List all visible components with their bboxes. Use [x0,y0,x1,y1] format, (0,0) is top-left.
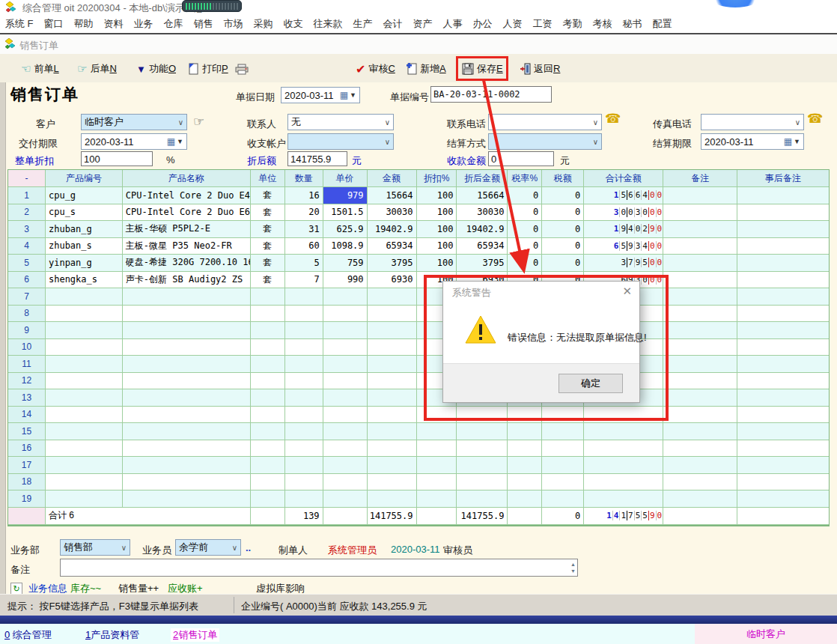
cell-name[interactable] [123,306,251,323]
menu-item-19[interactable]: 考核 [588,15,618,33]
cell-price[interactable] [323,440,368,458]
cell-tax-rate[interactable] [508,440,542,458]
cell-qty[interactable] [285,440,323,458]
cell-amount[interactable] [368,288,417,306]
cell-after-note[interactable] [737,373,829,390]
cell-total-digits[interactable] [584,407,663,424]
cell-code[interactable] [46,490,123,508]
cell-discount[interactable] [417,457,457,474]
cell-name[interactable]: CPU-Intel Core 2 Duo E65 [123,204,251,222]
cell-after-note[interactable] [737,423,829,440]
row-number[interactable]: 5 [8,255,46,272]
cell-amount[interactable]: 30030 [368,204,417,222]
cell-amount[interactable]: 19402.9 [368,221,417,238]
cell-price[interactable] [323,306,368,323]
cell-qty[interactable]: 60 [285,238,323,255]
cell-amount[interactable]: 3795 [368,255,417,272]
cell-qty[interactable] [285,490,323,508]
cell-unit[interactable] [251,322,285,339]
cell-tax[interactable]: 0 [542,255,584,272]
cell-note[interactable] [663,272,737,289]
cell-code[interactable]: shengka_s [46,272,123,289]
cell-tax-rate[interactable] [508,407,542,424]
cell-price[interactable] [323,288,368,306]
doc-date-picker[interactable]: 2020-03-11 ▦▼ [281,87,360,103]
cell-price[interactable] [323,457,368,474]
cell-tax-rate[interactable] [508,490,542,508]
cell-after-note[interactable] [737,490,829,508]
cell-tax[interactable] [542,423,584,440]
row-number[interactable]: 17 [8,457,46,474]
cell-price[interactable] [323,407,368,424]
cell-after-note[interactable] [737,204,829,222]
cell-tax-rate[interactable]: 0 [508,255,542,272]
functions-button[interactable]: ▼ 功能O [136,61,176,77]
phone-combo[interactable]: ∨ [488,114,602,130]
cell-code[interactable] [46,440,123,458]
cell-amount[interactable] [368,356,417,373]
cell-discount[interactable] [417,407,457,424]
cell-after-note[interactable] [737,389,829,407]
cell-name[interactable] [123,474,251,491]
doc-no-input[interactable]: BA-20-03-11-0002 [430,86,552,103]
refresh-icon[interactable]: ↻ [10,583,22,595]
next-doc-button[interactable]: ☞ 后单N [77,61,117,77]
cell-unit[interactable] [251,288,285,306]
cell-tax-rate[interactable]: 0 [508,221,542,238]
cell-tax[interactable] [542,407,584,424]
cell-price[interactable] [323,490,368,508]
cell-note[interactable] [663,204,737,222]
menu-item-11[interactable]: 生产 [348,15,378,33]
cell-qty[interactable] [285,474,323,491]
cell-name[interactable]: CPU-Intel Core 2 Duo E43 [123,187,251,204]
row-number[interactable]: 16 [8,440,46,458]
add-new-button[interactable]: 新增A [407,61,446,77]
cell-code[interactable]: zhuban_g [46,221,123,238]
cell-discounted[interactable]: 3795 [457,255,508,272]
cell-name[interactable]: 声卡-创新 SB Audigy2 ZS [123,272,251,289]
row-number[interactable]: 7 [8,288,46,306]
cell-price[interactable] [323,389,368,407]
browse-button[interactable]: .. [246,542,251,553]
cell-code[interactable] [46,288,123,306]
cell-after-note[interactable] [737,187,829,204]
row-number[interactable]: 19 [8,490,46,508]
menu-item-2[interactable]: 帮助 [69,15,99,33]
cell-unit[interactable]: 套 [251,221,285,238]
printer-icon-button[interactable] [235,61,249,77]
cell-amount[interactable] [368,474,417,491]
received-input[interactable]: 0 [488,151,554,166]
cell-unit[interactable] [251,407,285,424]
settle-date-picker[interactable]: 2020-03-11 ▦▼ [701,133,804,150]
cell-note[interactable] [663,490,737,508]
cell-total-digits[interactable]: 1940290 [584,221,663,238]
cell-unit[interactable] [251,474,285,491]
delivery-date-picker[interactable]: 2020-03-11 ▦▼ [81,133,187,150]
cell-total-digits[interactable]: 1566400 [584,187,663,204]
cell-price[interactable]: 759 [323,255,368,272]
cell-code[interactable]: cpu_s [46,204,123,222]
cell-discounted[interactable] [457,490,508,508]
cell-amount[interactable] [368,490,417,508]
cell-name[interactable] [123,373,251,390]
row-number[interactable]: 6 [8,272,46,289]
cell-tax[interactable] [542,474,584,491]
cell-discount[interactable] [417,474,457,491]
cell-code[interactable] [46,306,123,323]
cell-qty[interactable]: 20 [285,204,323,222]
cell-tax-rate[interactable]: 0 [508,238,542,255]
phone-icon[interactable]: ☎ [807,111,823,127]
cell-tax-rate[interactable] [508,474,542,491]
cell-amount[interactable] [368,407,417,424]
cell-qty[interactable]: 16 [285,187,323,204]
menu-item-17[interactable]: 工资 [528,15,558,33]
cell-after-note[interactable] [737,272,829,289]
cell-note[interactable] [663,440,737,458]
cell-tax-rate[interactable]: 0 [508,187,542,204]
cell-tax[interactable]: 0 [542,187,584,204]
menu-item-0[interactable]: 系统 F [0,15,39,33]
cell-price[interactable] [323,339,368,356]
cell-total-digits[interactable] [584,440,663,458]
cell-amount[interactable] [368,322,417,339]
cell-name[interactable] [123,389,251,407]
